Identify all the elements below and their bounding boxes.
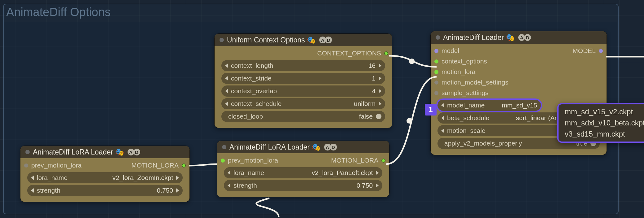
output-context-options[interactable]: CONTEXT_OPTIONS — [218, 48, 388, 59]
dropdown-item[interactable]: mm_sdxl_v10_beta.ckpt — [560, 117, 644, 129]
toggle-icon[interactable] — [376, 114, 381, 119]
widget-lora-name[interactable]: lora_name v2_lora_PanLeft.ckpt — [224, 167, 382, 178]
node-title: AnimateDiff Loader 🎭 — [443, 33, 515, 42]
widget-model-name[interactable]: model_name mm_sd_v15 — [437, 100, 541, 111]
widget-strength[interactable]: strength 0.750 — [27, 185, 183, 196]
output-model[interactable]: MODEL — [572, 46, 603, 56]
node-collapse-dot[interactable] — [436, 35, 440, 40]
chevron-left-icon[interactable] — [441, 129, 444, 133]
dropdown-item[interactable]: v3_sd15_mm.ckpt — [560, 129, 644, 140]
input-prev-motion-lora[interactable]: prev_motion_lora — [24, 160, 81, 171]
chevron-left-icon[interactable] — [225, 102, 228, 106]
chevron-left-icon[interactable] — [228, 171, 230, 175]
chevron-right-icon[interactable] — [376, 171, 379, 175]
group-title: AnimateDiff Options — [6, 6, 111, 19]
ad-badge: AD — [320, 37, 332, 43]
node-animatediff-lora-loader-2[interactable]: AnimateDiff LoRA Loader 🎭 AD prev_motion… — [217, 141, 389, 197]
widget-motion-scale[interactable]: motion_scale — [437, 125, 569, 136]
input-context-options[interactable]: context_options — [434, 56, 508, 67]
model-name-dropdown[interactable]: mm_sd_v15_v2.ckpt mm_sdxl_v10_beta.ckpt … — [557, 103, 644, 143]
chevron-right-icon[interactable] — [379, 76, 381, 81]
chevron-right-icon[interactable] — [176, 188, 179, 193]
node-title: AnimateDiff LoRA Loader 🎭 — [33, 148, 124, 156]
dropdown-item[interactable]: mm_sd_v15_v2.ckpt — [560, 106, 644, 117]
node-uniform-context-options[interactable]: Uniform Context Options 🎭 AD CONTEXT_OPT… — [214, 33, 392, 128]
node-collapse-dot[interactable] — [222, 145, 226, 149]
chevron-right-icon[interactable] — [176, 176, 179, 180]
chevron-left-icon[interactable] — [225, 63, 228, 68]
input-motion-lora[interactable]: motion_lora — [434, 67, 508, 77]
output-motion-lora[interactable]: MOTION_LORA — [131, 160, 186, 171]
chevron-left-icon[interactable] — [225, 76, 228, 81]
annotation-marker-1: 1 — [425, 104, 437, 116]
chevron-right-icon[interactable] — [379, 89, 381, 93]
input-motion-model-settings[interactable]: motion_model_settings — [434, 77, 508, 88]
ad-badge: AD — [325, 144, 337, 150]
chevron-right-icon[interactable] — [379, 63, 381, 68]
widget-beta-schedule[interactable]: beta_schedule sqrt_linear (Anim — [437, 112, 569, 124]
node-animatediff-lora-loader-1[interactable]: AnimateDiff LoRA Loader 🎭 AD prev_motion… — [20, 146, 190, 202]
output-motion-lora[interactable]: MOTION_LORA — [331, 155, 385, 166]
node-collapse-dot[interactable] — [25, 150, 30, 154]
input-sample-settings[interactable]: sample_settings — [434, 88, 508, 98]
widget-context-stride[interactable]: context_stride 1 — [221, 73, 385, 84]
widget-closed-loop[interactable]: closed_loop false — [221, 111, 385, 122]
widget-context-schedule[interactable]: context_schedule uniform — [221, 98, 385, 109]
input-model[interactable]: model — [434, 46, 508, 56]
node-title: AnimateDiff LoRA Loader 🎭 — [229, 143, 321, 151]
ad-badge: AD — [519, 34, 531, 41]
ad-badge: AD — [128, 149, 140, 155]
chevron-left-icon[interactable] — [441, 116, 444, 120]
chevron-left-icon[interactable] — [225, 89, 228, 93]
widget-context-length[interactable]: context_length 16 — [221, 60, 385, 71]
chevron-left-icon[interactable] — [31, 188, 34, 193]
chevron-right-icon[interactable] — [376, 183, 379, 188]
widget-lora-name[interactable]: lora_name v2_lora_ZoomIn.ckpt — [27, 172, 183, 183]
chevron-left-icon[interactable] — [441, 103, 444, 107]
chevron-left-icon[interactable] — [31, 176, 34, 180]
input-prev-motion-lora[interactable]: prev_motion_lora — [221, 155, 278, 166]
widget-strength[interactable]: strength 0.750 — [224, 180, 382, 191]
widget-context-overlap[interactable]: context_overlap 4 — [221, 85, 385, 97]
chevron-left-icon[interactable] — [228, 183, 230, 188]
node-collapse-dot[interactable] — [220, 38, 224, 42]
node-title: Uniform Context Options 🎭 — [227, 36, 316, 44]
chevron-right-icon[interactable] — [379, 102, 381, 106]
